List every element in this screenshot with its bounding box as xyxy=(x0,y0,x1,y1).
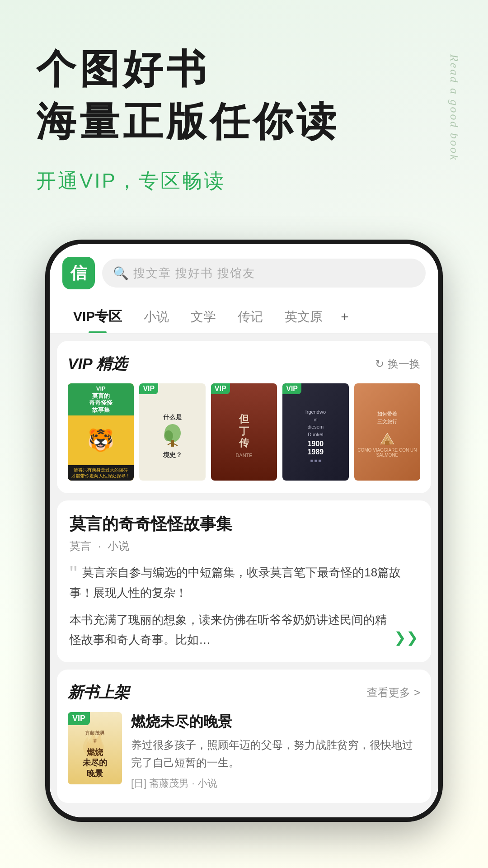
new-book-cover: VIP 齐藤茂男 著 燃烧未尽的晚景 xyxy=(68,712,122,784)
tab-novel[interactable]: 小说 xyxy=(133,301,180,333)
book-description-card: 莫言的奇奇怪怪故事集 莫言 · 小说 " 莫言亲自参与编选的中短篇集，收录莫言笔… xyxy=(57,500,431,662)
book-desc-title: 莫言的奇奇怪怪故事集 xyxy=(70,513,418,535)
app-logo-char: 信 xyxy=(70,262,87,284)
book3-vip-badge: VIP xyxy=(211,383,230,394)
book-cover-2[interactable]: VIP 什么是 xyxy=(139,383,205,481)
new-book-vip-badge: VIP xyxy=(68,712,90,725)
vip-books-row: VIP莫言的奇奇怪怪故事集 🐯 请将只有亲身走过大的阻碍才能带你走向人性深处探寻… xyxy=(68,383,420,481)
hero-vip-text: 开通VIP，专区畅读 xyxy=(36,168,452,194)
search-placeholder-text: 搜文章 搜好书 搜馆友 xyxy=(133,265,255,281)
main-content: VIP 精选 ↻ 换一换 VIP莫言的奇奇怪怪故事集 xyxy=(50,334,438,817)
phone-outer: 信 🔍 搜文章 搜好书 搜馆友 VIP专区 小说 xyxy=(45,240,443,822)
vip-section-title: VIP 精选 xyxy=(68,354,127,374)
hero-title-main: 个图好书 xyxy=(36,45,452,93)
new-book-info: 燃烧未尽的晚景 养过很多孩子，照顾年迈的父母，努力战胜贫穷，很快地过完了自己短暂… xyxy=(131,712,420,790)
book-cover-3[interactable]: VIP 但丁传 DANTE xyxy=(211,383,277,481)
book1-vip-badge: VIP莫言的奇奇怪怪故事集 xyxy=(68,383,134,415)
book-cover-5[interactable]: 如何带着三文旅行 COMO VIAGGIARE CON UN SA xyxy=(354,383,420,481)
refresh-label: 换一换 xyxy=(388,357,420,371)
search-bar[interactable]: 🔍 搜文章 搜好书 搜馆友 xyxy=(102,259,426,288)
book4-vip-badge: VIP xyxy=(282,383,301,394)
new-book-item[interactable]: VIP 齐藤茂男 著 燃烧未尽的晚景 xyxy=(68,712,420,790)
book-cover-1[interactable]: VIP莫言的奇奇怪怪故事集 🐯 请将只有亲身走过大的阻碍才能带你走向人性深处探寻… xyxy=(68,383,134,481)
book-desc-quote2: 本书充满了瑰丽的想象，读来仿佛在听爷爷奶奶讲述民间的精怪故事和奇人奇事。比如… … xyxy=(70,610,418,650)
nav-more-button[interactable]: + xyxy=(337,302,352,332)
book-cover-4[interactable]: VIP IrgendwoindiesemDunkel 19001989 ■ ■ … xyxy=(282,383,348,481)
search-icon: 🔍 xyxy=(113,266,129,281)
search-area: 信 🔍 搜文章 搜好书 搜馆友 xyxy=(50,244,438,289)
tree-icon xyxy=(161,423,184,449)
see-more-button[interactable]: 查看更多 > xyxy=(367,685,420,700)
hero-title-sub: 海量正版任你读 xyxy=(36,98,452,146)
refresh-icon: ↻ xyxy=(375,358,384,370)
tab-literature[interactable]: 文学 xyxy=(180,301,227,333)
tab-biography[interactable]: 传记 xyxy=(227,301,274,333)
new-books-title: 新书上架 xyxy=(68,682,129,703)
new-books-section: 新书上架 查看更多 > VIP 齐藤茂男 著 xyxy=(57,670,431,803)
phone-mockup: 信 🔍 搜文章 搜好书 搜馆友 VIP专区 小说 xyxy=(0,222,488,822)
vip-featured-section: VIP 精选 ↻ 换一换 VIP莫言的奇奇怪怪故事集 xyxy=(57,341,431,493)
svg-point-1 xyxy=(164,430,173,441)
phone-content: 信 🔍 搜文章 搜好书 搜馆友 VIP专区 小说 xyxy=(50,244,438,817)
book-desc-quote1: " 莫言亲自参与编选的中短篇集，收录莫言笔下最奇怪的18篇故事！展现人性的复杂！ xyxy=(70,562,418,602)
new-books-header: 新书上架 查看更多 > xyxy=(68,682,420,703)
app-logo: 信 xyxy=(62,257,95,289)
tab-english[interactable]: 英文原 xyxy=(274,301,333,333)
new-book-desc: 养过很多孩子，照顾年迈的父母，努力战胜贫穷，很快地过完了自己短暂的一生。 xyxy=(131,736,420,771)
see-more-label: 查看更多 xyxy=(367,685,410,700)
quote-mark-icon: " xyxy=(70,565,77,582)
svg-rect-5 xyxy=(385,441,389,445)
side-decorative-text: Read a good book xyxy=(447,54,461,161)
expand-icon[interactable]: ❯❯ xyxy=(394,625,418,650)
refresh-button[interactable]: ↻ 换一换 xyxy=(375,357,420,371)
hero-section: 个图好书 海量正版任你读 开通VIP，专区畅读 Read a good book xyxy=(0,0,488,222)
new-book-title: 燃烧未尽的晚景 xyxy=(131,712,420,732)
phone-inner: 信 🔍 搜文章 搜好书 搜馆友 VIP专区 小说 xyxy=(50,244,438,817)
chevron-right-icon: > xyxy=(414,686,420,699)
new-book-author: [日] 斋藤茂男 · 小说 xyxy=(131,777,420,790)
nav-tabs: VIP专区 小说 文学 传记 英文原 + xyxy=(50,289,438,334)
book2-vip-badge: VIP xyxy=(139,383,158,394)
vip-section-header: VIP 精选 ↻ 换一换 xyxy=(68,354,420,374)
tab-vip[interactable]: VIP专区 xyxy=(62,300,133,333)
book-desc-author-genre: 莫言 · 小说 xyxy=(70,539,418,553)
